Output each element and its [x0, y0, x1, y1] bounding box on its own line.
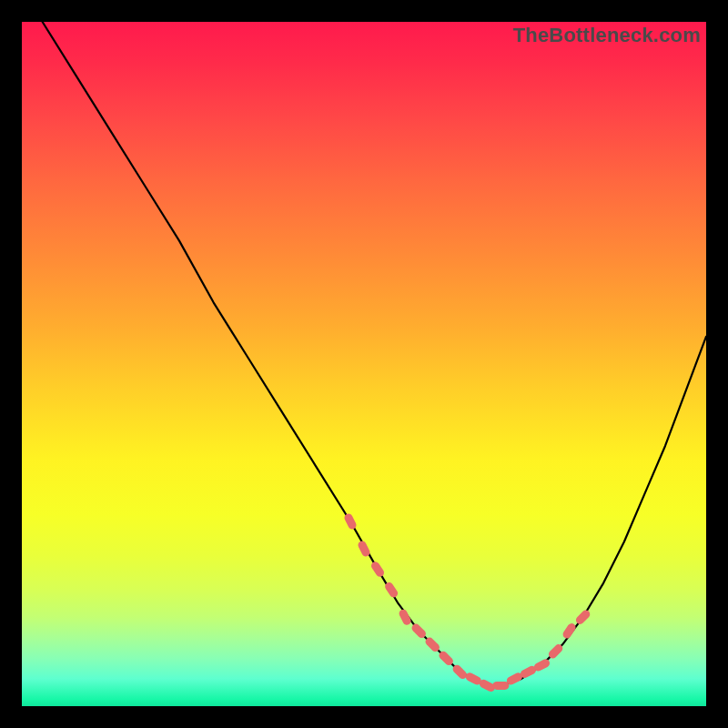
curve-marker	[398, 608, 412, 626]
chart-frame: TheBottleneck.com	[22, 22, 706, 706]
curve-marker	[574, 609, 592, 626]
curve-marker	[561, 622, 577, 640]
marker-group	[343, 512, 592, 693]
curve-marker	[369, 561, 385, 579]
chart-svg	[22, 22, 706, 706]
watermark-text: TheBottleneck.com	[513, 24, 701, 47]
curve-marker	[492, 682, 509, 690]
bottleneck-curve	[43, 22, 706, 685]
